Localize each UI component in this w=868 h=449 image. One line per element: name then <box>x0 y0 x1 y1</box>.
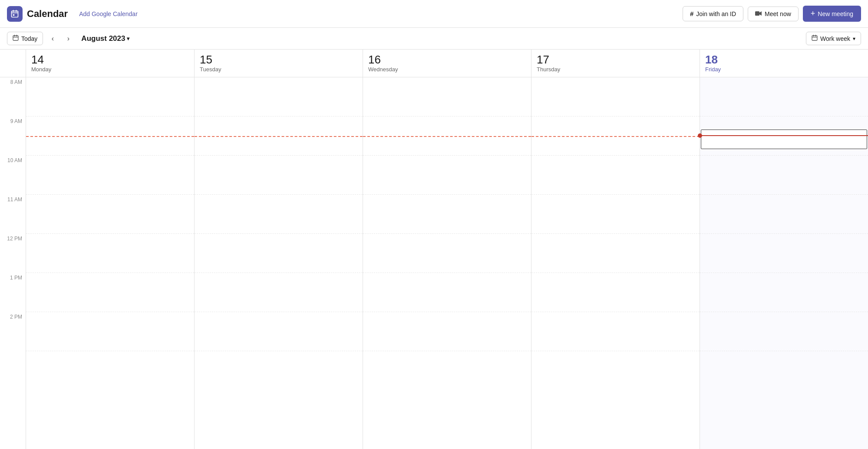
add-google-button[interactable]: Add Google Calendar <box>79 10 138 17</box>
app-header: Calendar Add Google Calendar # Join with… <box>0 0 868 28</box>
header-actions: # Join with an ID Meet now + New meeting <box>683 6 861 22</box>
time-12pm: 12 PM <box>0 234 26 273</box>
hour-cell-fri-8[interactable] <box>700 77 868 116</box>
svg-rect-0 <box>12 11 18 17</box>
hour-cell-mon-8[interactable] <box>26 77 194 116</box>
chevron-down-icon: ▾ <box>853 36 855 42</box>
hour-cell-fri-12[interactable] <box>700 234 868 273</box>
hour-cell-mon-10[interactable] <box>26 156 194 195</box>
video-icon <box>755 10 762 17</box>
hour-cell-wed-10[interactable] <box>363 156 531 195</box>
hour-cell-thu-12[interactable] <box>531 234 700 273</box>
day-header-tue: 15 Tuesday <box>195 50 363 77</box>
svg-rect-4 <box>13 14 14 15</box>
day-column-wed[interactable] <box>363 77 531 449</box>
day-column-fri[interactable] <box>700 77 868 449</box>
time-gutter-header <box>0 50 26 77</box>
hour-cell-fri-11[interactable] <box>700 195 868 234</box>
day-header-fri: 18 Friday <box>700 50 868 77</box>
hour-cell-thu-10[interactable] <box>531 156 700 195</box>
hour-cell-wed-1[interactable] <box>363 273 531 312</box>
hour-cell-mon-1[interactable] <box>26 273 194 312</box>
time-11am: 11 AM <box>0 195 26 234</box>
hour-cell-tue-8[interactable] <box>195 77 363 116</box>
meet-now-button[interactable]: Meet now <box>748 7 799 21</box>
time-2pm: 2 PM <box>0 312 26 351</box>
day-name-wed: Wednesday <box>368 66 526 73</box>
day-column-mon[interactable] <box>26 77 195 449</box>
time-10am: 10 AM <box>0 156 26 195</box>
time-8am: 8 AM <box>0 77 26 116</box>
svg-rect-6 <box>13 36 18 40</box>
view-selector-button[interactable]: Work week ▾ <box>806 32 861 45</box>
hour-cell-tue-2[interactable] <box>195 312 363 351</box>
event-placeholder-box[interactable] <box>701 130 867 149</box>
current-time-line-thu <box>531 136 700 137</box>
logo-area: Calendar Add Google Calendar <box>7 6 138 22</box>
hour-cell-tue-10[interactable] <box>195 156 363 195</box>
day-header-thu: 17 Thursday <box>531 50 700 77</box>
day-headers: 14 Monday 15 Tuesday 16 Wednesday 17 Thu… <box>0 50 868 77</box>
current-time-line-mon <box>26 136 194 137</box>
day-num-16: 16 <box>368 54 526 65</box>
time-gutter: 8 AM 9 AM 10 AM 11 AM 12 PM 1 PM 2 PM <box>0 77 26 449</box>
day-header-mon: 14 Monday <box>26 50 195 77</box>
hour-cell-tue-1[interactable] <box>195 273 363 312</box>
day-name-fri: Friday <box>705 66 863 73</box>
day-name-mon: Monday <box>31 66 189 73</box>
days-grid <box>26 77 868 449</box>
calendar-nav: Today ‹ › August 2023 ▾ Work week ▾ <box>0 28 868 50</box>
chevron-down-icon: ▾ <box>127 36 129 42</box>
hour-cell-mon-11[interactable] <box>26 195 194 234</box>
time-indicator-line <box>700 135 868 136</box>
svg-rect-5 <box>755 11 759 16</box>
app-logo-icon <box>7 6 23 22</box>
prev-button[interactable]: ‹ <box>46 33 59 45</box>
calendar-small-icon <box>13 35 19 42</box>
calendar-icon <box>10 10 19 18</box>
day-name-thu: Thursday <box>537 66 694 73</box>
app-title: Calendar <box>27 8 68 20</box>
calendar-view-icon <box>812 35 818 42</box>
current-time-line-wed <box>363 136 531 137</box>
day-num-17: 17 <box>537 54 694 65</box>
hour-cell-mon-2[interactable] <box>26 312 194 351</box>
plus-icon: + <box>811 9 815 18</box>
next-button[interactable]: › <box>62 33 74 45</box>
day-num-14: 14 <box>31 54 189 65</box>
hour-cell-thu-1[interactable] <box>531 273 700 312</box>
day-header-wed: 16 Wednesday <box>363 50 531 77</box>
svg-rect-10 <box>812 36 817 40</box>
time-1pm: 1 PM <box>0 273 26 312</box>
time-9am: 9 AM <box>0 116 26 156</box>
day-column-tue[interactable] <box>195 77 363 449</box>
today-button[interactable]: Today <box>7 32 43 45</box>
hour-cell-tue-11[interactable] <box>195 195 363 234</box>
hour-cell-thu-8[interactable] <box>531 77 700 116</box>
hour-cell-tue-12[interactable] <box>195 234 363 273</box>
calendar-grid-body: 8 AM 9 AM 10 AM 11 AM 12 PM 1 PM 2 PM <box>0 77 868 449</box>
current-time-line-tue <box>195 136 363 137</box>
hour-cell-wed-11[interactable] <box>363 195 531 234</box>
hour-cell-wed-12[interactable] <box>363 234 531 273</box>
day-name-tue: Tuesday <box>200 66 357 73</box>
join-id-button[interactable]: # Join with an ID <box>683 6 743 21</box>
hour-cell-wed-2[interactable] <box>363 312 531 351</box>
hash-icon: # <box>690 10 693 17</box>
new-meeting-button[interactable]: + New meeting <box>803 6 861 22</box>
hour-cell-fri-10[interactable] <box>700 156 868 195</box>
hour-cell-mon-12[interactable] <box>26 234 194 273</box>
day-num-15: 15 <box>200 54 357 65</box>
calendar-container: 14 Monday 15 Tuesday 16 Wednesday 17 Thu… <box>0 50 868 449</box>
day-num-18: 18 <box>705 54 863 65</box>
day-column-thu[interactable] <box>531 77 700 449</box>
month-year-selector[interactable]: August 2023 ▾ <box>78 33 133 45</box>
hour-cell-fri-2[interactable] <box>700 312 868 351</box>
hour-cell-thu-2[interactable] <box>531 312 700 351</box>
hour-cell-fri-1[interactable] <box>700 273 868 312</box>
hour-cell-thu-11[interactable] <box>531 195 700 234</box>
hour-cell-wed-8[interactable] <box>363 77 531 116</box>
